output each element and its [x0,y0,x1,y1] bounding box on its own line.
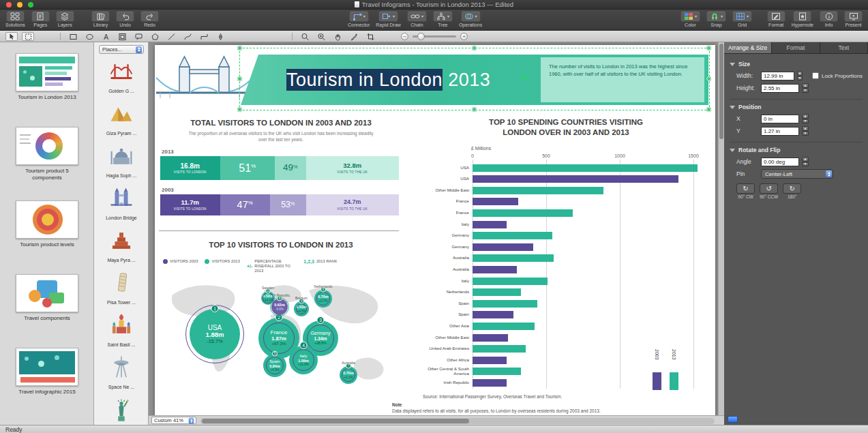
angle-stepper[interactable] [802,157,809,166]
library-item-hagia-soph[interactable]: Hagia Soph ... [94,143,149,178]
pen-tool[interactable] [214,32,226,41]
x-stepper[interactable] [802,114,809,123]
bar-usa-2003[interactable] [473,175,678,183]
zoom-level-select[interactable]: Custom 41% [151,417,196,424]
panel-toggle-button[interactable] [728,416,738,423]
selection-handle[interactable] [237,107,242,112]
bubble-sweden[interactable]: 10Sweden0.52m+14.2% [261,291,275,305]
visitors-bubble-chart[interactable]: 1USA1.88m-15.7%2France1.87m+57.3%3German… [160,275,402,397]
bar-germany-2003[interactable] [473,243,533,251]
toolbar-button-pages[interactable] [31,11,50,22]
toolbar-button-tree[interactable]: ▾ [433,11,453,22]
zoom-out-button[interactable]: − [401,33,408,40]
pointer-tool[interactable] [5,32,18,41]
crop-tool[interactable] [364,32,376,41]
page-thumbnail-tourism-product-5-components[interactable]: Tourism product 5 components [16,127,78,181]
page-thumbnail-travel-infographic-2015[interactable]: Travel infographic 2015 [16,348,78,395]
bar-other-middle-east-2013[interactable] [473,187,603,194]
toolbar-button-present[interactable] [844,11,863,22]
selection-handle[interactable] [706,46,711,50]
bubble-netherlands[interactable]: 6Netherlands0.70m+0.7% [314,290,332,308]
bar-france-2013[interactable] [473,209,573,217]
tab-format[interactable]: Format [772,42,820,53]
ellipse-tool[interactable] [83,32,95,41]
library-item-maya-pyra[interactable]: Maya Pyra ... [94,228,149,263]
y-input[interactable]: 1.27 in [761,127,799,136]
height-stepper[interactable] [802,83,809,93]
banner-note[interactable]: The number of visits to London in 2013 w… [541,57,704,102]
toolbar-button-chain[interactable]: ▾ [407,11,427,22]
bar-other-asia-2013[interactable] [473,323,535,330]
page-thumbnail-tourism-in-london-2013[interactable]: Tourism in London 2013 [16,53,78,101]
library-item-giza-pyram[interactable]: Giza Pyram ... [94,101,149,136]
bar-spain-2003[interactable] [473,311,513,318]
toolbar-button-hypernote[interactable] [793,11,811,22]
height-input[interactable]: 2.55 in [761,84,799,93]
bar-other-africa-2003[interactable] [473,357,507,364]
library-item-saint-basil[interactable]: Saint Basil ... [94,312,149,347]
bar-other-central-south-america-2013[interactable] [473,368,521,375]
position-section-header[interactable]: Position [730,104,863,110]
toolbar-button-library[interactable] [91,11,110,22]
visitors-bar-2013[interactable]: 16.8m VISITS TO LONDON 51% 49% 32.8m VIS… [160,156,399,180]
rect-tool[interactable] [67,32,79,41]
zoom-slider-track[interactable] [413,35,456,38]
vertical-scrollbar[interactable] [718,42,724,415]
bar-spain-2013[interactable] [473,300,537,308]
zoom-slider-knob[interactable] [417,33,425,40]
toolbar-button-connector[interactable]: ▾ [349,11,369,22]
bar-germany-2013[interactable] [473,232,552,239]
fullscreen-button[interactable] [28,2,33,8]
visitors-bar-2003[interactable]: 11.7m VISITS TO LONDON 47% 53% 24.7m VIS… [160,194,399,215]
tower-bridge-illustration[interactable] [156,49,253,106]
toolbar-button-layers[interactable] [56,11,74,22]
bar-italy-2013[interactable] [473,278,548,285]
curve-tool[interactable] [181,32,194,41]
bar-france-2003[interactable] [473,198,518,205]
bar-netherlands-2013[interactable] [473,288,521,296]
zoom-area-tool[interactable] [315,32,327,41]
library-item-statue[interactable] [94,397,149,425]
library-item-golden-g[interactable]: Golden G ... [94,59,149,93]
page-thumbnail-tourism-product-levels[interactable]: Tourism product levels [16,200,78,248]
close-button[interactable] [6,2,12,8]
horizontal-scrollbar[interactable] [200,418,715,424]
page-thumbnail-travel-components[interactable]: Travel components [16,274,78,322]
lock-proportions-checkbox[interactable] [812,72,819,79]
selection-handle[interactable] [472,107,477,112]
zoom-tool[interactable] [299,32,311,41]
rotate-button-90-ccw[interactable]: ↺ [760,183,778,194]
bubble-italy[interactable]: 4Italy1.09m+21.9% [289,346,318,374]
bar-irish-republic-2003[interactable] [473,379,507,387]
bubble-spain[interactable]: 5Spain0.84m+4.3% [263,354,286,377]
minimize-button[interactable] [17,2,23,8]
toolbar-button-solutions[interactable] [6,11,25,22]
toolbar-button-format[interactable] [767,11,785,22]
tab-arrange-size[interactable]: Arrange & Size [724,42,772,53]
bar-australia-2003[interactable] [473,266,517,273]
text-tool[interactable]: A [100,32,112,41]
vertical-scrollbar-thumb[interactable] [719,44,723,139]
toolbar-button-snap[interactable]: ▾ [706,11,726,22]
toolbar-button-color[interactable]: ▾ [680,11,700,22]
spending-chart[interactable]: £ Millions 050010001500USAUSAOther Middl… [418,146,710,393]
toolbar-button-operations[interactable]: ▾ [461,11,481,22]
bar-italy-2003[interactable] [473,221,507,228]
rotate-button-180[interactable]: ↻ [783,183,801,194]
width-input[interactable]: 12.99 in [761,72,794,80]
y-stepper[interactable] [802,126,809,136]
tab-text[interactable]: Text [820,42,868,53]
library-item-space-ne[interactable]: Space Ne ... [94,355,149,389]
toolbar-button-redo[interactable] [140,11,159,22]
bubble-australia[interactable]: 7Australia0.70m+2.1% [340,366,357,384]
frame-tool[interactable] [116,32,128,41]
rotate-button-90-cw[interactable]: ↻ [736,183,755,194]
bar-other-middle-east-2003[interactable] [473,334,508,342]
select-area-tool[interactable] [22,32,34,41]
library-category-select[interactable]: Places... [99,45,144,54]
connector-line-tool[interactable] [198,32,210,41]
toolbar-button-rapid-draw[interactable]: ▾ [378,11,398,22]
toolbar-button-info[interactable] [820,11,838,22]
library-item-pisa-tower[interactable]: Pisa Tower ... [94,270,149,305]
selection-handle[interactable] [706,107,711,112]
